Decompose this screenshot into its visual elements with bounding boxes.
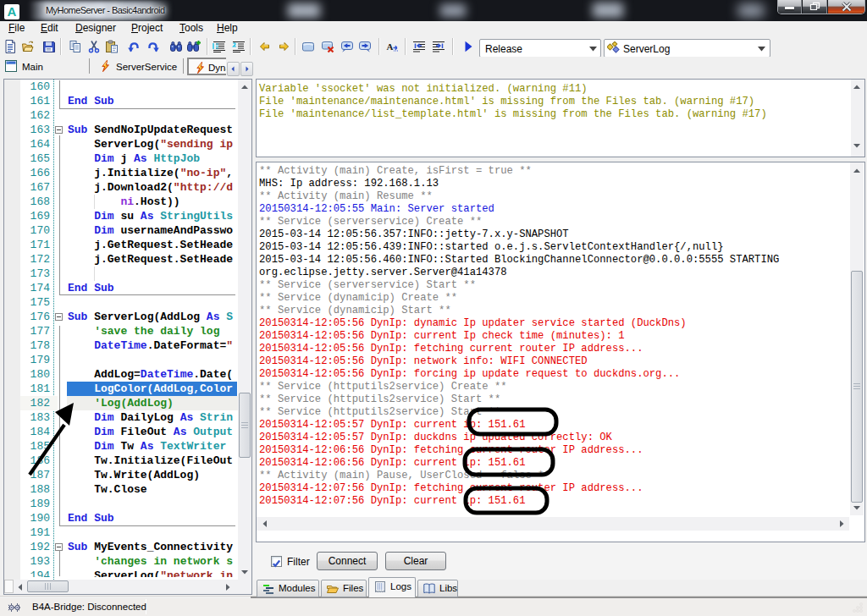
svg-text:A: A [387,41,394,52]
